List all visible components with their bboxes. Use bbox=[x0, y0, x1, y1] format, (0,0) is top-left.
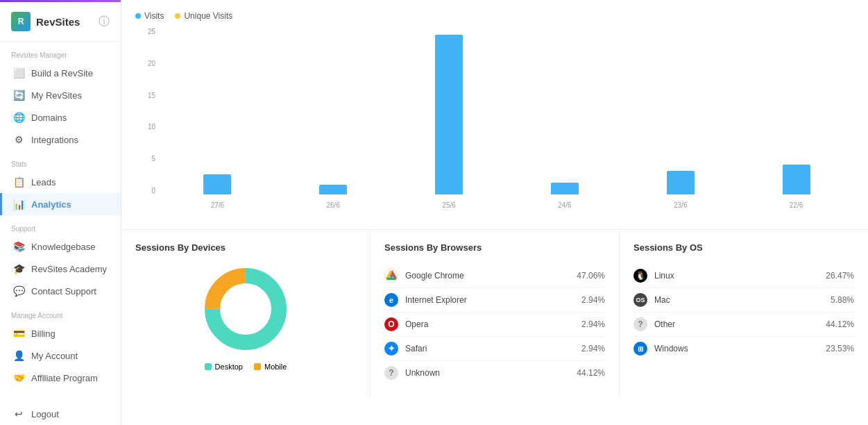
x-label-25: 25/6 bbox=[391, 198, 507, 215]
sidebar: R RevSites ⓘ Revsites Manager ⬜ Build a … bbox=[0, 0, 121, 425]
sidebar-item-myaccount-label: My Account bbox=[31, 351, 78, 361]
sidebar-item-contact-label: Contact Support bbox=[31, 286, 96, 297]
y-axis: 25 20 15 10 5 0 bbox=[135, 28, 160, 194]
legend-visits: Visits bbox=[135, 11, 164, 21]
sidebar-item-academy[interactable]: 🎓 RevSites Academy bbox=[0, 258, 121, 280]
list-item-ie: e Internet Explorer 2.94% bbox=[384, 288, 605, 312]
sidebar-item-integrations-label: Integrations bbox=[31, 135, 78, 145]
sidebar-item-analytics[interactable]: 📊 Analytics bbox=[0, 193, 121, 215]
donut-chart bbox=[201, 264, 291, 354]
list-item-mac: OS Mac 5.88% bbox=[633, 288, 854, 312]
visits-label: Visits bbox=[144, 11, 164, 21]
browsers-card-title: Sessions By Browsers bbox=[384, 242, 605, 253]
y-label-0: 0 bbox=[151, 187, 155, 194]
chrome-icon bbox=[384, 269, 398, 283]
section-stats-label: Stats bbox=[0, 151, 121, 171]
mac-pct: 5.88% bbox=[831, 295, 854, 305]
linux-icon: 🐧 bbox=[633, 269, 647, 283]
logout-icon: ↩ bbox=[13, 408, 24, 419]
windows-pct: 23.53% bbox=[826, 344, 854, 353]
sidebar-item-contact[interactable]: 💬 Contact Support bbox=[0, 280, 121, 302]
integrations-icon: ⚙ bbox=[13, 134, 24, 145]
bar-group-24 bbox=[507, 28, 622, 194]
legend-desktop: Desktop bbox=[205, 362, 243, 371]
chart-legend: Visits Unique Visits bbox=[135, 11, 854, 21]
analytics-icon: 📊 bbox=[13, 199, 24, 210]
opera-icon: O bbox=[384, 317, 398, 331]
list-item-other-os: ? Other 44.12% bbox=[633, 312, 854, 337]
list-item-safari: ✦ Safari 2.94% bbox=[384, 337, 605, 361]
help-icon[interactable]: ⓘ bbox=[99, 15, 110, 29]
bar-group-26 bbox=[275, 28, 391, 194]
donut-container: Desktop Mobile bbox=[135, 264, 356, 371]
sidebar-item-billing[interactable]: 💳 Billing bbox=[0, 322, 121, 344]
opera-pct: 2.94% bbox=[581, 319, 605, 329]
sidebar-item-domains[interactable]: 🌐 Domains bbox=[0, 106, 121, 128]
safari-pct: 2.94% bbox=[581, 344, 605, 353]
sidebar-item-leads[interactable]: 📋 Leads bbox=[0, 171, 121, 193]
mobile-color bbox=[254, 363, 261, 370]
other-os-name: Other bbox=[654, 319, 675, 329]
unique-visits-label: Unique Visits bbox=[184, 11, 232, 21]
sidebar-item-academy-label: RevSites Academy bbox=[31, 264, 107, 274]
os-card-title: Sessions By OS bbox=[633, 242, 854, 253]
svg-point-2 bbox=[221, 284, 271, 334]
section-account-label: Manage Account bbox=[0, 302, 121, 322]
y-label-15: 15 bbox=[148, 92, 155, 99]
x-label-23: 23/6 bbox=[622, 198, 738, 215]
sidebar-item-affiliate[interactable]: 🤝 Affiliate Program bbox=[0, 367, 121, 389]
contact-icon: 💬 bbox=[13, 285, 24, 297]
sidebar-logo: R RevSites ⓘ bbox=[0, 2, 121, 42]
unknown-pct: 44.12% bbox=[577, 368, 605, 378]
myaccount-icon: 👤 bbox=[13, 350, 24, 361]
sidebar-item-knowledgebase[interactable]: 📚 Knowledgebase bbox=[0, 235, 121, 258]
main-content: Visits Unique Visits 25 20 15 10 5 0 bbox=[121, 0, 868, 425]
sidebar-item-myaccount[interactable]: 👤 My Account bbox=[0, 344, 121, 367]
list-item-windows: ⊞ Windows 23.53% bbox=[633, 337, 854, 360]
cards-row: Sessions By Devices Desktop Mobile bbox=[121, 229, 868, 397]
safari-icon: ✦ bbox=[384, 342, 398, 356]
unknown-browser-icon: ? bbox=[384, 366, 398, 380]
sidebar-item-myrev[interactable]: 🔄 My RevSites bbox=[0, 84, 121, 106]
chrome-name: Google Chrome bbox=[405, 271, 464, 281]
sidebar-item-build[interactable]: ⬜ Build a RevSite bbox=[0, 62, 121, 84]
sidebar-item-knowledgebase-label: Knowledgebase bbox=[31, 242, 96, 252]
app-logo-icon: R bbox=[11, 12, 31, 31]
os-card: Sessions By OS 🐧 Linux 26.47% OS Mac 5.8… bbox=[620, 230, 868, 397]
chart-section: Visits Unique Visits 25 20 15 10 5 0 bbox=[121, 0, 868, 222]
safari-name: Safari bbox=[405, 344, 427, 353]
list-item-chrome: Google Chrome 47.06% bbox=[384, 264, 605, 288]
bar-group-27 bbox=[160, 28, 275, 194]
bar-group-23 bbox=[622, 28, 738, 194]
sidebar-item-myrev-label: My RevSites bbox=[31, 90, 82, 101]
sidebar-item-logout[interactable]: ↩ Logout bbox=[0, 403, 121, 425]
opera-name: Opera bbox=[405, 319, 428, 329]
y-label-25: 25 bbox=[148, 28, 155, 35]
chrome-pct: 47.06% bbox=[577, 271, 605, 281]
billing-icon: 💳 bbox=[13, 328, 24, 339]
visits-dot bbox=[135, 13, 141, 19]
desktop-color bbox=[205, 363, 212, 370]
os-list: 🐧 Linux 26.47% OS Mac 5.88% ? Other 44.1… bbox=[633, 264, 854, 360]
donut-legend: Desktop Mobile bbox=[205, 362, 287, 371]
list-item-unknown: ? Unknown 44.12% bbox=[384, 361, 605, 385]
sidebar-item-billing-label: Billing bbox=[31, 328, 56, 339]
bars-area bbox=[160, 28, 854, 194]
windows-name: Windows bbox=[654, 344, 688, 353]
legend-unique-visits: Unique Visits bbox=[175, 11, 232, 21]
devices-card-title: Sessions By Devices bbox=[135, 242, 356, 253]
sidebar-item-integrations[interactable]: ⚙ Integrations bbox=[0, 128, 121, 151]
y-label-10: 10 bbox=[148, 123, 155, 131]
x-labels: 27/6 26/6 25/6 24/6 23/6 22/6 bbox=[160, 198, 854, 215]
app-name: RevSites bbox=[36, 16, 80, 28]
sidebar-item-build-label: Build a RevSite bbox=[31, 68, 93, 78]
bar-27 bbox=[203, 174, 231, 194]
sidebar-item-analytics-label: Analytics bbox=[31, 199, 71, 210]
mac-icon: OS bbox=[633, 293, 647, 307]
ie-icon: e bbox=[384, 293, 398, 307]
bar-23 bbox=[667, 171, 695, 194]
bar-26 bbox=[319, 185, 347, 194]
section-manager-label: Revsites Manager bbox=[0, 42, 121, 62]
other-os-pct: 44.12% bbox=[826, 319, 854, 329]
y-label-20: 20 bbox=[148, 60, 155, 67]
